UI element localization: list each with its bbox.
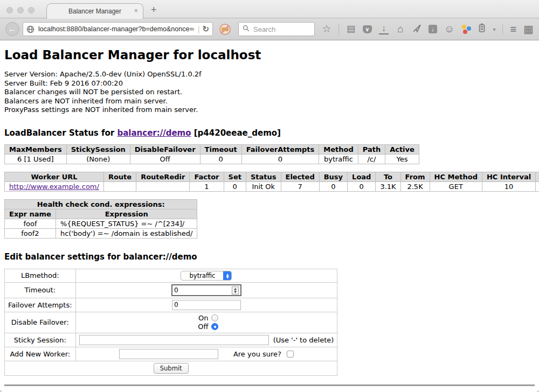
failoverattempts-value: 0: [241, 154, 319, 164]
back-button[interactable]: ←: [5, 22, 19, 36]
routeredir-value: [136, 181, 190, 191]
persist-notice-line: Balancer changes will NOT be persisted o…: [4, 88, 535, 97]
blocked-plugin-icon[interactable]: [219, 24, 231, 35]
balancer-link[interactable]: balancer://demo: [117, 128, 191, 138]
health-table-title-row: Health check cond. expressions:: [5, 199, 197, 209]
timeout-value: 0: [200, 154, 241, 164]
url-bar[interactable]: | ↻: [23, 22, 213, 36]
failover-attempts-input[interactable]: [172, 300, 241, 310]
timeout-label: Timeout:: [5, 282, 76, 298]
col-failoverattempts: FailoverAttempts: [241, 144, 319, 154]
toolbar-divider: [338, 24, 339, 34]
disable-failover-row: Disable Failover: On Off: [5, 312, 337, 333]
off-label: Off: [194, 323, 208, 331]
urlbar-divider: |: [198, 25, 200, 33]
are-you-sure-checkbox[interactable]: [287, 351, 294, 358]
col-busy: Busy: [319, 172, 347, 181]
col-load: Load: [348, 172, 376, 181]
expression-value: %{REQUEST_STATUS} =~ /^[234]/: [56, 219, 197, 228]
route-value: [103, 181, 136, 191]
lbmethod-row: LBmethod: bytraffic ▲▼: [5, 269, 337, 282]
apps-grid-icon[interactable]: ▦: [523, 24, 534, 34]
busy-value: 0: [319, 181, 347, 191]
col-elected: Elected: [281, 172, 319, 181]
reload-icon[interactable]: ↻: [202, 24, 209, 34]
submit-button[interactable]: Submit: [154, 363, 189, 374]
new-tab-button[interactable]: +: [151, 4, 157, 16]
passes-value: 1 (0): [536, 181, 539, 191]
pocket-icon[interactable]: ∨: [363, 25, 372, 33]
col-method: Method: [319, 144, 358, 154]
expression-value: hc('body') =~ /domain is established/: [56, 228, 197, 238]
col-status: Status: [246, 172, 281, 181]
sticky-session-label: Sticky Session:: [5, 333, 76, 347]
set-value: 0: [224, 181, 246, 191]
worker-table-row: http://www.example.com/ 1 0 Init Ok 7 0 …: [5, 181, 539, 191]
overflow-caret-icon[interactable]: ▾: [493, 26, 495, 32]
inherit-notice-line: Balancers are NOT inherited from main se…: [4, 97, 535, 106]
status-heading: LoadBalancer Status for balancer://demo …: [4, 128, 535, 138]
are-you-sure-label: Are you sure?: [233, 350, 281, 358]
col-maxmembers: MaxMembers: [5, 144, 67, 154]
balancer-table: MaxMembers StickySession DisableFailover…: [4, 144, 419, 164]
health-check-table: Health check cond. expressions: Expr nam…: [4, 199, 197, 239]
zoom-window-button[interactable]: [28, 7, 34, 13]
bookmark-star-icon[interactable]: ☆: [322, 24, 331, 34]
col-hc-method: HC Method: [430, 172, 482, 181]
status-heading-suffix: [p4420eeae_demo]: [191, 128, 281, 138]
factor-value: 1: [190, 181, 224, 191]
window-controls: [6, 7, 34, 13]
failover-attempts-label: Failover Attempts:: [5, 298, 76, 312]
select-stepper-icon: ▲▼: [223, 271, 231, 281]
add-worker-input[interactable]: [119, 349, 218, 359]
send-tab-icon[interactable]: [412, 24, 421, 35]
timeout-row: Timeout: ▲▼: [5, 282, 337, 298]
browser-tab[interactable]: Balancer Manager ×: [46, 3, 143, 19]
search-input[interactable]: [252, 25, 310, 34]
col-active: Active: [385, 144, 419, 154]
health-table-header-row: Expr name Expression: [5, 209, 197, 219]
submit-row: Submit: [5, 361, 337, 375]
worker-url-link[interactable]: http://www.example.com/: [9, 183, 99, 191]
page-title: Load Balancer Manager for localhost: [4, 48, 535, 62]
worker-table-header-row: Worker URL Route RouteRedir Factor Set S…: [5, 172, 539, 181]
from-value: 2.5K: [400, 181, 430, 191]
sticky-session-input[interactable]: [79, 335, 269, 345]
col-disablefailover: DisableFailover: [130, 144, 200, 154]
feedback-smiley-icon[interactable]: ☺: [444, 24, 454, 34]
reading-list-icon[interactable]: ▤: [346, 24, 356, 34]
worker-table: Worker URL Route RouteRedir Factor Set S…: [4, 172, 539, 192]
server-built-line: Server Built: Feb 9 2016 07:00:20: [4, 79, 535, 88]
disable-failover-off-radio[interactable]: [211, 323, 218, 330]
sticky-session-row: Sticky Session: (Use '-' to delete): [5, 333, 337, 347]
timeout-input[interactable]: [171, 284, 241, 296]
expr-name-value: foof2: [5, 228, 56, 238]
col-stickysession: StickySession: [66, 144, 130, 154]
search-bar[interactable]: [238, 22, 315, 36]
url-input[interactable]: [37, 25, 195, 33]
downloads-icon[interactable]: ↓: [379, 24, 389, 34]
navigation-toolbar: ← | ↻ ☆ ▤ ∨ ↓ ⌂ ↓ ☺: [0, 18, 539, 40]
col-route: Route: [103, 172, 136, 181]
col-hc-interval: HC Interval: [482, 172, 535, 181]
close-window-button[interactable]: [6, 7, 13, 13]
lbmethod-select[interactable]: bytraffic ▲▼: [181, 271, 232, 281]
menu-hamburger-icon[interactable]: ≡: [510, 23, 516, 36]
tab-title: Balancer Manager: [68, 8, 121, 15]
globe-icon[interactable]: [26, 25, 34, 33]
save-page-icon[interactable]: ↓: [429, 25, 437, 33]
disable-failover-on-radio[interactable]: [211, 314, 218, 321]
number-stepper-icon[interactable]: ▲▼: [232, 286, 239, 295]
col-passes: Passes: [536, 172, 539, 181]
home-icon[interactable]: ⌂: [396, 24, 405, 34]
col-timeout: Timeout: [200, 144, 241, 154]
tab-close-icon[interactable]: ×: [134, 7, 138, 15]
health-table-title: Health check cond. expressions:: [5, 199, 197, 209]
lbmethod-label: LBmethod:: [5, 269, 76, 282]
minimize-window-button[interactable]: [17, 7, 24, 13]
col-set: Set: [224, 172, 246, 181]
testpilot-dots-icon[interactable]: [461, 24, 471, 34]
battery-icon[interactable]: [478, 23, 486, 35]
col-expr-name: Expr name: [5, 209, 56, 219]
health-table-row: foof2 hc('body') =~ /domain is establish…: [5, 228, 197, 238]
